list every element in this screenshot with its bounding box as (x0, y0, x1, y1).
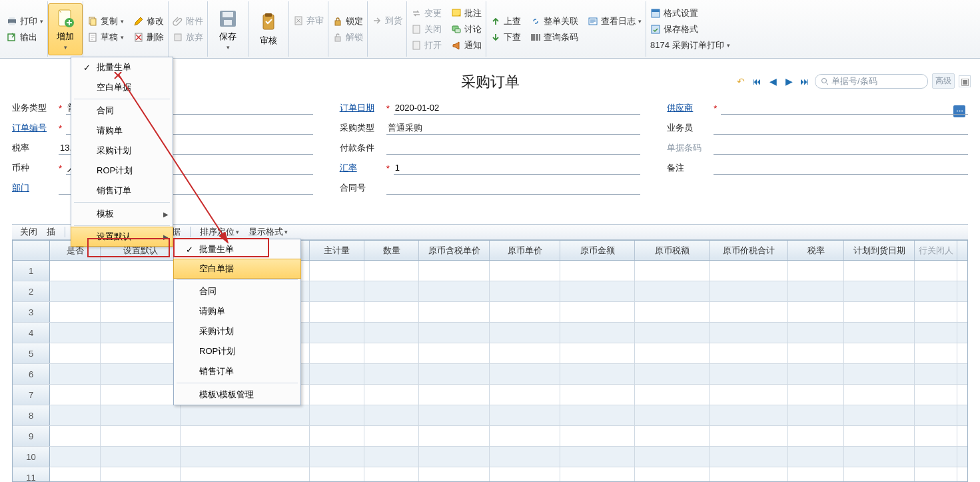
svg-rect-17 (335, 21, 340, 25)
arrive-button[interactable]: 到货 (372, 15, 402, 27)
format-icon (650, 8, 661, 19)
svg-rect-19 (452, 9, 460, 16)
close-doc-icon (411, 24, 422, 35)
copy-icon (87, 16, 98, 27)
svg-rect-12 (223, 12, 233, 17)
add-button[interactable]: 增加▾ (48, 3, 83, 55)
svg-rect-15 (265, 13, 272, 17)
svg-rect-2 (9, 23, 15, 25)
change-button[interactable]: 变更 (411, 7, 442, 19)
svg-rect-27 (652, 25, 660, 33)
megaphone-icon (451, 40, 462, 51)
svg-rect-20 (413, 25, 420, 33)
svg-rect-13 (224, 20, 232, 25)
barcodeq-button[interactable]: 查询条码 (530, 31, 578, 43)
savefmt-icon (650, 24, 661, 35)
notify-button[interactable]: 通知 (451, 39, 482, 51)
pencil-icon (133, 16, 144, 27)
svg-rect-18 (335, 37, 340, 41)
barcode-icon (530, 32, 541, 43)
draft-button[interactable]: 草稿▾ (87, 31, 124, 43)
down-arrow-icon (490, 32, 501, 43)
arrive-icon (372, 15, 382, 26)
change-icon (411, 8, 422, 19)
printer-icon (7, 16, 17, 27)
note-icon (451, 8, 462, 19)
print-template-select[interactable]: 8174 采购订单打印▾ (650, 39, 730, 51)
ribbon-toolbar: 打印▾ 输出 增加▾ 复制▾ 修改 草稿▾ 删除 附件 放弃 保存▾ 审核 弃审… (0, 0, 980, 59)
discuss-icon (451, 24, 462, 35)
delete-icon (133, 32, 144, 43)
up-arrow-icon (490, 16, 501, 27)
log-icon (588, 16, 598, 27)
unlock-icon (332, 32, 343, 43)
document-add-icon (55, 8, 76, 29)
release-icon (173, 32, 183, 43)
savefmt-button[interactable]: 保存格式 (650, 23, 730, 35)
svg-rect-26 (652, 9, 660, 12)
upquery-button[interactable]: 上查 (490, 15, 521, 27)
svg-rect-23 (413, 41, 420, 49)
menu-batch[interactable]: ✓批量生单 (71, 57, 173, 59)
attach-button[interactable]: 附件 (173, 15, 203, 27)
copy-button[interactable]: 复制▾ (87, 15, 124, 27)
link-icon (530, 16, 541, 27)
audit-button[interactable]: 审核 (251, 3, 286, 55)
svg-rect-22 (455, 29, 460, 33)
audit-icon (258, 12, 279, 33)
abandon-icon (293, 15, 304, 26)
close-button[interactable]: 关闭 (411, 23, 442, 35)
paperclip-icon (173, 16, 183, 27)
draft-icon (87, 32, 98, 43)
downquery-button[interactable]: 下查 (490, 31, 521, 43)
delete-button[interactable]: 删除 (133, 31, 164, 43)
open-icon (411, 40, 422, 51)
relate-button[interactable]: 整单关联 (530, 15, 578, 27)
unlock-button[interactable]: 解锁 (332, 31, 363, 43)
discuss-button[interactable]: 讨论 (451, 23, 482, 35)
print-button[interactable]: 打印▾ (7, 15, 43, 27)
log-button[interactable]: 查看日志▾ (588, 15, 642, 27)
svg-rect-1 (9, 17, 15, 19)
svg-rect-10 (175, 34, 181, 41)
svg-rect-7 (91, 19, 96, 25)
format-button[interactable]: 格式设置 (650, 7, 730, 19)
export-icon (7, 32, 17, 43)
note-button[interactable]: 批注 (451, 7, 482, 19)
save-icon (217, 8, 239, 29)
open-button[interactable]: 打开 (411, 39, 442, 51)
export-button[interactable]: 输出 (7, 31, 43, 43)
save-button[interactable]: 保存▾ (211, 3, 245, 55)
release-button[interactable]: 放弃 (173, 31, 203, 43)
lock-icon (332, 16, 343, 27)
abandon-audit-button[interactable]: 弃审 (293, 15, 324, 27)
modify-button[interactable]: 修改 (133, 15, 164, 27)
add-menu: ✓批量生单 空白单据 合同 请购单 采购计划 ROP计划 销售订单 模板▶ 设置… (71, 57, 173, 59)
lock-button[interactable]: 锁定 (332, 15, 363, 27)
